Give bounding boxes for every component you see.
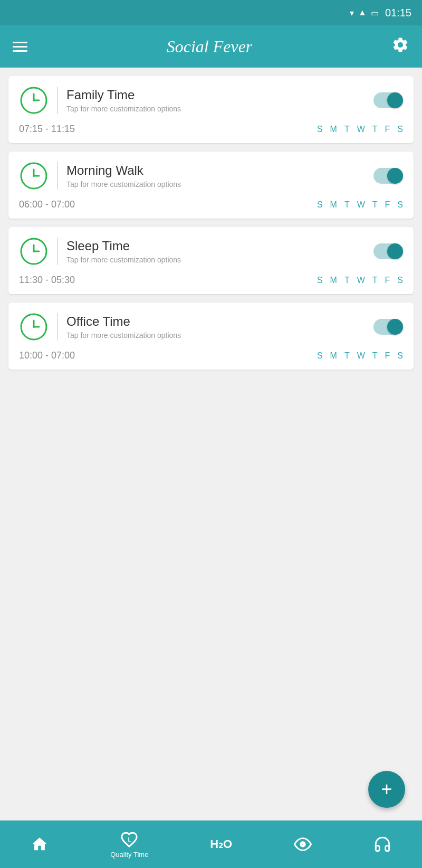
add-schedule-button[interactable]: +: [368, 771, 405, 808]
card-info-sleep: Sleep Time Tap for more customization op…: [66, 239, 373, 264]
status-time: 01:15: [385, 7, 411, 19]
day-W1s: W: [357, 276, 365, 285]
clock-icon-sleep: [19, 237, 49, 266]
card-info-family: Family Time Tap for more customization o…: [66, 88, 373, 113]
day-M1o: M: [330, 351, 337, 361]
status-icons: ▾ ▲ ▭: [350, 8, 379, 18]
card-divider3: [57, 238, 58, 265]
days-row-sleep: S M T W T F S: [317, 276, 403, 285]
day-S1s: S: [317, 276, 323, 285]
card-subtitle-morning: Tap for more customization options: [66, 180, 373, 188]
day-S2o: S: [397, 351, 403, 361]
nav-label-quality-time: Quality Time: [110, 851, 148, 858]
settings-button[interactable]: [391, 36, 409, 58]
status-bar: ▾ ▲ ▭ 01:15: [0, 0, 422, 25]
nav-item-headphones[interactable]: [373, 835, 391, 853]
time-range-sleep: 11:30 - 05:30: [19, 275, 75, 286]
toggle-knob-sleep: [387, 243, 403, 259]
day-W1: W: [357, 125, 365, 134]
day-F1o: F: [385, 351, 390, 361]
day-M1m: M: [330, 200, 337, 210]
day-S2s: S: [397, 276, 403, 285]
schedule-card-morning-walk[interactable]: Morning Walk Tap for more customization …: [8, 152, 414, 219]
day-T2m: T: [372, 200, 378, 210]
toggle-morning[interactable]: [373, 168, 403, 184]
nav-item-quality-time[interactable]: L Quality Time: [110, 831, 148, 858]
day-F1s: F: [385, 276, 390, 285]
nav-item-water[interactable]: H₂O: [210, 837, 232, 851]
toggle-sleep[interactable]: [373, 243, 403, 259]
day-S1: S: [317, 125, 323, 134]
schedule-card-sleep-time[interactable]: Sleep Time Tap for more customization op…: [8, 227, 414, 294]
day-T1o: T: [344, 351, 350, 361]
main-content: Family Time Tap for more customization o…: [0, 68, 422, 820]
card-title-family: Family Time: [66, 88, 373, 102]
time-range-family: 07:15 - 11:15: [19, 124, 75, 135]
card-title-morning: Morning Walk: [66, 163, 373, 178]
card-subtitle-sleep: Tap for more customization options: [66, 256, 373, 264]
wifi-icon: ▾: [350, 8, 354, 18]
nav-item-eye[interactable]: [294, 835, 312, 853]
day-W1o: W: [357, 351, 365, 361]
nav-item-home[interactable]: [31, 835, 49, 853]
card-title-office: Office Time: [66, 314, 373, 329]
day-S2: S: [397, 125, 403, 134]
svg-point-7: [33, 175, 35, 177]
schedule-card-family-time[interactable]: Family Time Tap for more customization o…: [8, 76, 414, 143]
days-row-office: S M T W T F S: [317, 351, 403, 361]
days-row-morning: S M T W T F S: [317, 200, 403, 210]
day-F1: F: [385, 125, 390, 134]
svg-point-15: [33, 326, 35, 328]
card-subtitle-family: Tap for more customization options: [66, 105, 373, 113]
svg-point-11: [33, 250, 35, 252]
card-divider4: [57, 313, 58, 341]
app-header: Social Fever: [0, 25, 422, 68]
day-T2: T: [372, 125, 378, 134]
battery-icon: ▭: [371, 8, 379, 18]
card-info-office: Office Time Tap for more customization o…: [66, 314, 373, 339]
day-T1s: T: [344, 276, 350, 285]
signal-icon: ▲: [358, 8, 367, 17]
app-title: Social Fever: [167, 37, 253, 56]
clock-icon-family: [19, 86, 49, 115]
toggle-family[interactable]: [373, 92, 403, 108]
toggle-knob-family: [387, 92, 403, 108]
days-row-family: S M T W T F S: [317, 125, 403, 134]
card-info-morning: Morning Walk Tap for more customization …: [66, 163, 373, 188]
time-range-morning: 06:00 - 07:00: [19, 199, 75, 210]
day-W1m: W: [357, 200, 365, 210]
day-F1m: F: [385, 200, 390, 210]
day-S2m: S: [397, 200, 403, 210]
day-T1: T: [344, 125, 350, 134]
clock-icon-morning: [19, 161, 49, 191]
water-icon: H₂O: [210, 837, 232, 851]
toggle-office[interactable]: [373, 319, 403, 335]
schedule-card-office-time[interactable]: Office Time Tap for more customization o…: [8, 303, 414, 370]
card-divider2: [57, 162, 58, 190]
svg-point-18: [302, 843, 304, 845]
svg-point-3: [33, 99, 35, 101]
clock-icon-office: [19, 312, 49, 342]
bottom-navigation: L Quality Time H₂O: [0, 820, 422, 868]
card-title-sleep: Sleep Time: [66, 239, 373, 253]
menu-button[interactable]: [13, 42, 27, 52]
time-range-office: 10:00 - 07:00: [19, 350, 75, 361]
day-T2s: T: [372, 276, 378, 285]
fab-container: +: [8, 767, 414, 812]
day-T2o: T: [372, 351, 378, 361]
card-subtitle-office: Tap for more customization options: [66, 331, 373, 339]
day-M1s: M: [330, 276, 337, 285]
card-divider: [57, 87, 58, 114]
day-S1m: S: [317, 200, 323, 210]
day-T1m: T: [344, 200, 350, 210]
toggle-knob-office: [387, 319, 403, 335]
toggle-knob-morning: [387, 168, 403, 184]
svg-text:L: L: [128, 836, 131, 843]
day-S1o: S: [317, 351, 323, 361]
day-M1: M: [330, 125, 337, 134]
